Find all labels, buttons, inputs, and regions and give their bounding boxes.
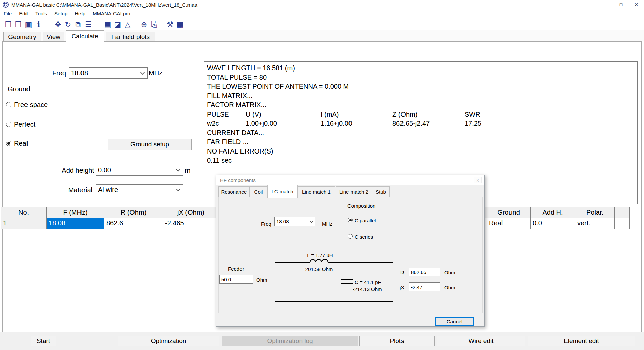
minimize-button[interactable]: – — [598, 0, 613, 9]
c-parallel-radio[interactable] — [348, 218, 353, 222]
wire-list-icon[interactable]: ▤ — [103, 19, 113, 30]
copy-icon[interactable]: ⎘ — [149, 19, 159, 30]
dialog-tab-resonance[interactable]: Resonance — [218, 186, 250, 197]
feeder-unit-label: Ohm — [256, 277, 267, 283]
dialog-freq-combobox[interactable]: 18.08 — [274, 217, 315, 226]
tab-far-field-plots[interactable]: Far field plots — [106, 32, 155, 41]
row-cell-jx[interactable]: -2.465 — [163, 218, 219, 229]
chevron-down-icon[interactable] — [176, 167, 180, 172]
column-header-polar: Polar. — [575, 207, 615, 218]
rotate-icon[interactable]: ↻ — [63, 19, 73, 30]
menu-help[interactable]: Help — [71, 11, 89, 16]
material-combobox[interactable]: Al wire — [96, 184, 183, 195]
feeder-input[interactable]: 50.0 — [219, 275, 253, 284]
ground-free-space-label: Free space — [14, 101, 48, 109]
row-cell-ground[interactable]: Real — [487, 218, 531, 229]
dialog-title: HF components — [220, 177, 256, 183]
open-file-icon[interactable]: ❒ — [13, 19, 23, 30]
dialog-freq-unit-label: MHz — [322, 221, 332, 227]
dialog-tab-stub[interactable]: Stub — [372, 186, 390, 197]
start-button[interactable]: Start — [31, 336, 56, 346]
output-line: NO FATAL ERROR(S) — [207, 147, 273, 155]
output-line: TOTAL PULSE = 80 — [207, 74, 267, 81]
ground-free-space-radio[interactable] — [6, 102, 11, 107]
menu-edit[interactable]: Edit — [15, 11, 32, 16]
chevron-down-icon[interactable] — [140, 70, 145, 75]
save-icon[interactable]: ▣ — [23, 19, 34, 30]
tab-geometry[interactable]: Geometry — [3, 32, 41, 41]
inductor-symbol — [310, 257, 328, 263]
new-file-icon[interactable]: ❏ — [3, 19, 13, 30]
element-edit-button[interactable]: Element edit — [528, 336, 635, 346]
r-input[interactable]: 862.65 — [409, 268, 440, 276]
tab-calculate[interactable]: Calculate — [66, 30, 104, 42]
freq-label: Freq — [47, 69, 66, 77]
feeder-label: Feeder — [228, 266, 244, 272]
menu-file[interactable]: File — [0, 11, 15, 16]
ground-setup-button[interactable]: Ground setup — [108, 139, 192, 150]
tab-view[interactable]: View — [43, 32, 64, 41]
column-header-filler — [614, 207, 630, 218]
dialog-footer-divider — [218, 314, 483, 314]
dialog-tab-coil[interactable]: Coil — [250, 186, 267, 197]
output-line: CURRENT DATA... — [207, 129, 264, 137]
row-cell-filler[interactable] — [614, 218, 630, 229]
tools-icon[interactable]: ⚒ — [165, 19, 175, 30]
jx-input[interactable]: -2.47 — [409, 282, 440, 291]
dialog-title-bar[interactable]: HF components — [216, 175, 484, 185]
settings-sliders-icon[interactable]: ☰ — [83, 19, 93, 30]
row-cell-polar[interactable]: vert. — [575, 218, 615, 229]
column-header-f: F (MHz) — [46, 207, 104, 218]
eraser-icon[interactable]: ◪ — [113, 19, 123, 30]
r-unit-label: Ohm — [444, 270, 455, 275]
move-icon[interactable]: ✥ — [53, 19, 63, 30]
dialog-tab-lc-match[interactable]: LC-match — [267, 185, 298, 198]
jx-unit-label: Ohm — [444, 285, 455, 290]
circuit-wire-top-left — [275, 262, 310, 263]
chevron-down-icon[interactable] — [310, 219, 313, 223]
c-series-radio[interactable] — [348, 234, 353, 239]
plots-button[interactable]: Plots — [359, 336, 435, 346]
calculator-icon[interactable]: ▦ — [175, 19, 185, 30]
row-cell-add-h[interactable]: 0.0 — [530, 218, 575, 229]
dialog-tab-line-match-2[interactable]: Line match 2 — [336, 186, 372, 197]
title-bar: MMANA-GAL basic C:\MMANA-GAL_Basic\ANT\2… — [0, 0, 644, 9]
close-button[interactable]: ✕ — [629, 0, 644, 9]
dialog-freq-value: 18.08 — [275, 219, 310, 224]
wire-edit-button[interactable]: Wire edit — [437, 336, 525, 346]
target-icon[interactable]: ⊕ — [139, 19, 149, 30]
r-label: R — [400, 270, 404, 275]
output-line: THE LOWEST POINT OF ANTENNA = 0.000 M — [207, 83, 349, 90]
menu-tools[interactable]: Tools — [32, 11, 51, 16]
cancel-button[interactable]: Cancel — [435, 317, 474, 326]
capacitor-value-label: C = 41.1 pF — [355, 279, 381, 285]
app-icon — [3, 2, 9, 8]
dialog-close-icon[interactable]: x — [474, 177, 482, 183]
row-cell-f-selected[interactable]: 18.08 — [46, 218, 104, 229]
triangle-icon[interactable]: △ — [123, 19, 133, 30]
ground-real-label: Real — [14, 140, 28, 147]
scale-window-icon[interactable]: ⧉ — [73, 19, 83, 30]
window-title: MMANA-GAL basic C:\MMANA-GAL_Basic\ANT\2… — [11, 2, 197, 8]
inductor-impedance-label: 201.58 Ohm — [302, 266, 336, 272]
dialog-tab-line-match-1[interactable]: Line match 1 — [298, 186, 335, 197]
column-header-jx: jX (Ohm) — [163, 207, 219, 218]
chevron-down-icon[interactable] — [176, 187, 180, 191]
capacitor-wire-top — [347, 262, 347, 279]
row-cell-r[interactable]: 862.6 — [104, 218, 163, 229]
row-cell-no[interactable]: 1 — [1, 218, 47, 229]
bottom-button-bar: Start Optimization Optimization log Plot… — [0, 332, 644, 350]
maximize-button[interactable]: □ — [613, 0, 629, 9]
capacitor-impedance-label: -214.13 Ohm — [353, 286, 382, 292]
c-parallel-label: C parallel — [355, 218, 376, 223]
add-height-combobox[interactable]: 0.00 — [96, 165, 183, 176]
ground-perfect-radio[interactable] — [6, 122, 11, 127]
composition-legend: Composition — [346, 203, 377, 209]
freq-combobox[interactable]: 18.08 — [69, 67, 148, 79]
ground-real-radio[interactable] — [6, 141, 11, 146]
optimization-button[interactable]: Optimization — [118, 336, 219, 346]
info-icon[interactable]: ℹ — [34, 19, 44, 30]
menu-setup[interactable]: Setup — [51, 11, 71, 16]
c-series-label: C series — [355, 234, 373, 240]
menu-mmana-galpro[interactable]: MMANA-GALpro — [89, 11, 134, 16]
